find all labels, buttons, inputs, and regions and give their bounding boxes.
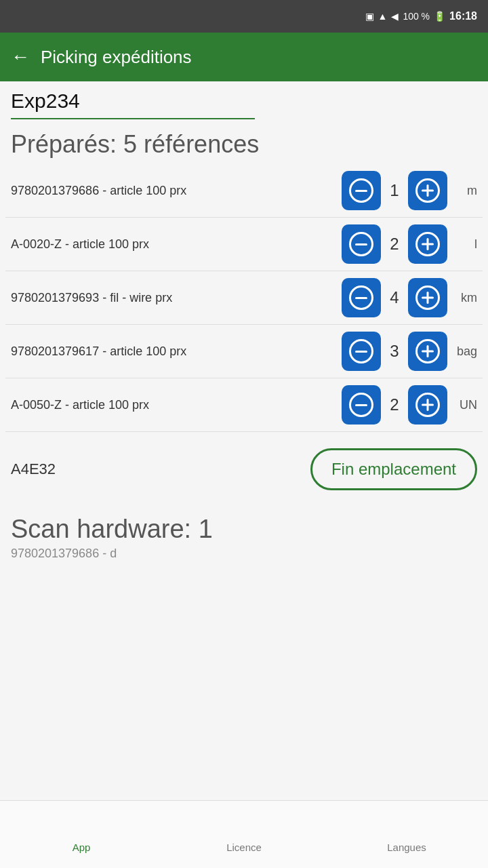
table-row: 9780201379686 - article 100 prx 1 m: [5, 164, 483, 218]
qty-value-3: 4: [386, 288, 403, 307]
minus-button-5[interactable]: [342, 385, 381, 425]
table-row: A-0050-Z - article 100 prx 2 UN: [5, 378, 483, 432]
minus-line-5: [355, 404, 367, 406]
table-row: 9780201379693 - fil - wire prx 4 km: [5, 271, 483, 325]
item-label-5: A-0050-Z - article 100 prx: [11, 398, 336, 412]
minus-line-4: [355, 351, 367, 353]
minus-button-3[interactable]: [342, 278, 381, 317]
plus-button-3[interactable]: [408, 278, 447, 317]
nav-item-app[interactable]: App: [0, 816, 163, 853]
action-area: A4E32 Fin emplacement: [0, 432, 488, 507]
plus-shape-2: [422, 238, 434, 250]
qty-value-5: 2: [386, 395, 403, 414]
minus-circle-icon-5: [349, 393, 373, 417]
header-title: Picking expéditions: [41, 47, 192, 68]
plus-button-4[interactable]: [408, 332, 447, 371]
item-label-3: 9780201379693 - fil - wire prx: [11, 291, 336, 305]
fin-emplacement-button[interactable]: Fin emplacement: [310, 448, 477, 490]
unit-label-5: UN: [453, 398, 477, 412]
minus-button-2[interactable]: [342, 224, 381, 264]
signal-icon: ◀: [391, 11, 399, 22]
plus-button-5[interactable]: [408, 385, 447, 425]
minus-circle-icon-3: [349, 285, 373, 310]
qty-value-4: 3: [386, 342, 403, 361]
minus-circle-icon-4: [349, 339, 373, 363]
scan-sub: 9780201379686 - d: [11, 547, 477, 561]
plus-button-2[interactable]: [408, 224, 447, 264]
status-time: 16:18: [449, 10, 477, 22]
scan-section: Scan hardware: 1 9780201379686 - d: [0, 507, 488, 569]
item-label-4: 9780201379617 - article 100 prx: [11, 344, 336, 359]
unit-label-4: bag: [453, 344, 477, 359]
plus-shape-1: [422, 184, 434, 197]
table-row: A-0020-Z - article 100 prx 2 l: [5, 218, 483, 271]
plus-shape-4: [422, 345, 434, 357]
qty-value-2: 2: [386, 235, 403, 254]
cast-icon: ▣: [365, 11, 374, 22]
qty-value-1: 1: [386, 181, 403, 200]
minus-button-1[interactable]: [342, 171, 381, 210]
nav-label-licence: Licence: [226, 842, 262, 853]
minus-circle-icon-1: [349, 178, 373, 203]
item-label-1: 9780201379686 - article 100 prx: [11, 184, 336, 198]
scan-title: Scan hardware: 1: [11, 515, 477, 544]
unit-label-3: km: [453, 291, 477, 305]
header: ← Picking expéditions: [0, 33, 488, 81]
nav-label-langues: Langues: [387, 842, 426, 853]
plus-circle-icon-1: [415, 178, 440, 203]
expedition-id-section: Exp234: [0, 81, 488, 119]
bottom-nav: App Licence Langues: [0, 800, 488, 868]
location-label: A4E32: [11, 460, 56, 478]
items-list: 9780201379686 - article 100 prx 1 m A-00…: [0, 164, 488, 432]
plus-button-1[interactable]: [408, 171, 447, 210]
nav-item-licence[interactable]: Licence: [163, 816, 325, 853]
plus-circle-icon-2: [415, 232, 440, 256]
prepares-title: Préparés: 5 références: [11, 130, 477, 159]
minus-line-1: [355, 190, 367, 192]
nav-label-app: App: [73, 842, 91, 853]
status-icons: ▣ ▲ ◀ 100 % 🔋 16:18: [365, 10, 477, 22]
battery-text: 100 %: [403, 11, 430, 22]
nav-item-langues[interactable]: Langues: [325, 816, 488, 853]
status-bar: ▣ ▲ ◀ 100 % 🔋 16:18: [0, 0, 488, 33]
back-button[interactable]: ←: [11, 46, 30, 68]
expedition-id[interactable]: Exp234: [11, 90, 477, 115]
wifi-icon: ▲: [378, 11, 388, 22]
plus-shape-5: [422, 399, 434, 411]
minus-line-2: [355, 243, 367, 245]
plus-circle-icon-4: [415, 339, 440, 363]
plus-circle-icon-3: [415, 285, 440, 310]
prepares-section: Préparés: 5 références: [0, 119, 488, 164]
minus-button-4[interactable]: [342, 332, 381, 371]
back-icon: ←: [11, 46, 30, 67]
main-content: Exp234 Préparés: 5 références 9780201379…: [0, 81, 488, 800]
battery-icon: 🔋: [434, 11, 445, 22]
item-label-2: A-0020-Z - article 100 prx: [11, 237, 336, 252]
plus-circle-icon-5: [415, 393, 440, 417]
unit-label-2: l: [453, 237, 477, 252]
table-row: 9780201379617 - article 100 prx 3 bag: [5, 325, 483, 378]
minus-circle-icon-2: [349, 232, 373, 256]
minus-line-3: [355, 297, 367, 299]
unit-label-1: m: [453, 184, 477, 198]
plus-shape-3: [422, 292, 434, 304]
